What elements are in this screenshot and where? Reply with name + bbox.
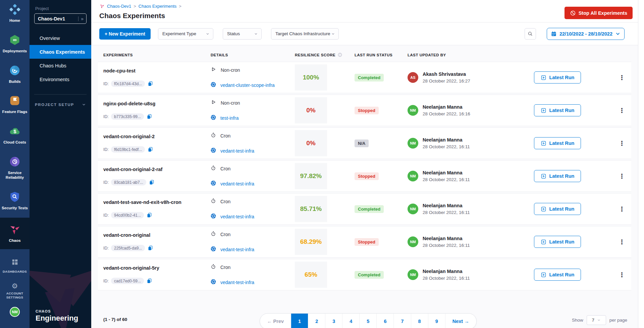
- experiment-name-link[interactable]: vedant-cron-original: [103, 232, 211, 238]
- resilience-score-value: 97.82%: [300, 172, 322, 180]
- resilience-score-value: 0%: [306, 107, 315, 114]
- latest-run-button[interactable]: Latest Run: [534, 170, 581, 182]
- sidebar-item-account-settings[interactable]: ⚙ ACCOUNT SETTINGS: [0, 282, 30, 299]
- prev-page-button[interactable]: ← Prev: [260, 314, 291, 328]
- infrastructure-link[interactable]: test-infra: [220, 115, 238, 121]
- page-button-8[interactable]: 8: [411, 314, 428, 328]
- latest-run-button[interactable]: Latest Run: [534, 71, 581, 84]
- row-menu-button[interactable]: ⋮: [612, 271, 631, 279]
- nav-item-environments[interactable]: Environments: [30, 72, 91, 86]
- status-badge: Stopped: [355, 238, 379, 246]
- resilience-score-box: 85.71%: [295, 196, 327, 222]
- experiment-id: 94cd00b2-41...: [111, 212, 144, 218]
- module-footer-small: CHAOS: [36, 309, 78, 313]
- infrastructure-link[interactable]: vedant-test-infra: [220, 148, 254, 154]
- copy-id-button[interactable]: [147, 213, 152, 218]
- infrastructure-link[interactable]: vedant-test-infra: [220, 181, 254, 186]
- row-menu-button[interactable]: ⋮: [612, 172, 631, 180]
- page-button-1[interactable]: 1: [291, 314, 308, 328]
- page-button-4[interactable]: 4: [342, 314, 359, 328]
- copy-id-button[interactable]: [147, 114, 152, 119]
- infrastructure-link[interactable]: vedant-cluster-scope-infra: [220, 83, 275, 88]
- per-page-select[interactable]: 7: [587, 315, 606, 325]
- sidebar-item-chaos[interactable]: Chaos: [0, 218, 30, 249]
- sidebar-item-security-tests[interactable]: Security Tests: [0, 191, 30, 211]
- project-setup-toggle[interactable]: PROJECT SETUP: [35, 103, 86, 107]
- avatar-initials: NM: [12, 310, 17, 314]
- sidebar-item-home[interactable]: Home: [0, 4, 30, 23]
- latest-run-button[interactable]: Latest Run: [534, 203, 581, 215]
- page-button-6[interactable]: 6: [376, 314, 393, 328]
- page-button-7[interactable]: 7: [394, 314, 411, 328]
- next-page-button[interactable]: Next →: [445, 314, 476, 328]
- latest-run-button[interactable]: Latest Run: [534, 104, 581, 116]
- resilience-score-cell: 0%: [295, 97, 355, 123]
- page-button-2[interactable]: 2: [308, 314, 325, 328]
- last-updated-by-cell: NM Neelanjan Manna 28 October 2022, 16:1…: [408, 170, 534, 182]
- scrollbar-track[interactable]: [638, 0, 644, 328]
- experiment-name-link[interactable]: vedant-cron-original-2: [103, 134, 211, 139]
- row-menu-button[interactable]: ⋮: [612, 205, 631, 213]
- last-updated-by-cell: NM Neelanjan Manna 28 October 2022, 16:1…: [408, 203, 534, 215]
- infrastructure-link[interactable]: vedant-test-infra: [220, 247, 254, 252]
- latest-run-button[interactable]: Latest Run: [534, 137, 581, 149]
- details-cell: Non-cron test-infra: [211, 99, 295, 121]
- nav-item-chaos-hubs[interactable]: Chaos Hubs: [30, 59, 91, 72]
- experiment-name-link[interactable]: node-cpu-test: [103, 68, 211, 73]
- schedule-type-label: Cron: [220, 265, 230, 270]
- row-menu-button[interactable]: ⋮: [612, 107, 631, 114]
- page-button-9[interactable]: 9: [428, 314, 445, 328]
- new-experiment-button[interactable]: + New Experiment: [99, 28, 151, 40]
- breadcrumb-project-link[interactable]: Chaos-Dev1: [107, 4, 131, 9]
- page-button-5[interactable]: 5: [359, 314, 376, 328]
- info-icon[interactable]: [338, 53, 342, 57]
- experiment-name-link[interactable]: vedant-cron-original-2-raf: [103, 167, 211, 172]
- resilience-score-box: 68.29%: [295, 229, 327, 255]
- copy-icon: [147, 213, 152, 218]
- sidebar-item-dashboards[interactable]: DASHBOARDS: [0, 258, 30, 274]
- nav-item-overview[interactable]: Overview: [30, 31, 91, 45]
- date-range-picker[interactable]: 22/10/2022 - 28/10/2022: [547, 28, 625, 40]
- builds-icon: [9, 65, 20, 77]
- chevron-down-icon: [331, 32, 335, 36]
- sidebar-item-service-reliability[interactable]: Service Reliability: [0, 156, 30, 180]
- nav-item-chaos-experiments[interactable]: Chaos Experiments: [30, 45, 91, 59]
- page-button-3[interactable]: 3: [325, 314, 342, 328]
- sidebar-item-deployments[interactable]: ∞ Deployments: [0, 34, 30, 54]
- experiment-name-link[interactable]: nginx-pod-delete-u8sg: [103, 101, 211, 106]
- infrastructure-link[interactable]: vedant-test-infra: [220, 214, 254, 219]
- copy-id-button[interactable]: [148, 245, 153, 251]
- sidebar-item-feature-flags[interactable]: Feature Flags: [0, 95, 30, 114]
- action-cell: Latest Run: [534, 104, 612, 116]
- date-range-value: 22/10/2022 - 28/10/2022: [559, 31, 612, 37]
- sidebar-item-cloud-costs[interactable]: $ Cloud Costs: [0, 125, 30, 145]
- search-button[interactable]: [525, 28, 536, 40]
- row-menu-button[interactable]: ⋮: [612, 238, 631, 246]
- sidebar-item-builds[interactable]: Builds: [0, 65, 30, 84]
- cron-stopwatch-icon: [211, 165, 216, 172]
- experiment-name-link[interactable]: vedant-test-save-nd-exit-v8h-cron: [103, 200, 211, 205]
- experiment-name-link[interactable]: vedant-cron-original-5ry: [103, 265, 211, 271]
- details-cell: Cron vedant-test-infra: [211, 231, 295, 253]
- latest-run-button[interactable]: Latest Run: [534, 269, 581, 281]
- details-cell: Non-cron vedant-cluster-scope-infra: [211, 66, 295, 89]
- project-selector[interactable]: Chaos-Dev1 »: [34, 13, 87, 24]
- row-menu-button[interactable]: ⋮: [612, 140, 631, 147]
- filter-status[interactable]: Status: [223, 28, 262, 40]
- stop-all-experiments-button[interactable]: Stop All Experiments: [565, 7, 633, 19]
- status-badge: Completed: [355, 271, 384, 279]
- row-menu-button[interactable]: ⋮: [612, 74, 631, 81]
- expand-panel-icon[interactable]: »: [78, 16, 84, 21]
- breadcrumb-page-link[interactable]: Chaos Experiments: [139, 4, 176, 9]
- latest-run-button[interactable]: Latest Run: [534, 236, 581, 248]
- latest-run-label: Latest Run: [549, 173, 575, 179]
- copy-id-button[interactable]: [149, 180, 154, 185]
- filter-experiment-type[interactable]: Experiment Type: [158, 28, 213, 40]
- user-avatar[interactable]: NM: [10, 307, 20, 317]
- copy-id-button[interactable]: [147, 278, 152, 283]
- copy-id-button[interactable]: [148, 81, 153, 86]
- dashboards-icon: [11, 258, 19, 268]
- copy-id-button[interactable]: [148, 147, 153, 152]
- infrastructure-link[interactable]: vedant-test-infra: [220, 280, 254, 285]
- filter-target-chaos-infrastructure[interactable]: Target Chaos Infrastructure: [271, 28, 339, 40]
